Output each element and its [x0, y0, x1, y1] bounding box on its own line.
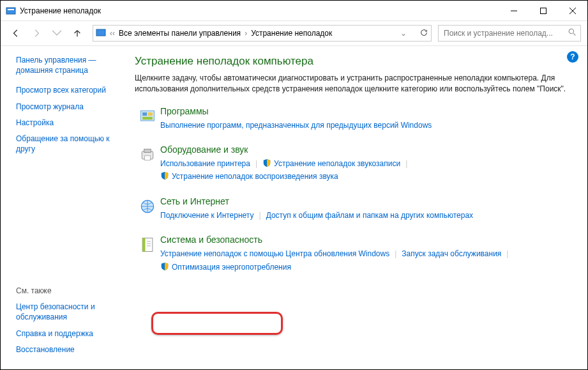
body: Панель управления — домашняя страница Пр…: [1, 46, 587, 369]
search-input[interactable]: [442, 28, 568, 38]
svg-rect-0: [6, 8, 15, 14]
divider: |: [405, 157, 407, 170]
category-link[interactable]: Оптимизация энергопотребления: [172, 263, 291, 272]
main-content: ? Устранение неполадок компьютера Щелкни…: [128, 46, 587, 369]
category-icon: [135, 196, 160, 222]
category-links: Использование принтера|Устранение непола…: [160, 157, 575, 183]
category-links: Выполнение программ, предназначенных для…: [160, 119, 575, 132]
category-link[interactable]: Устранение неполадок звукозаписи: [274, 159, 400, 168]
sidebar-link-home[interactable]: Панель управления — домашняя страница: [16, 55, 119, 75]
see-also-heading: См. также: [16, 286, 119, 295]
category-title[interactable]: Сеть и Интернет: [160, 196, 575, 206]
category-title[interactable]: Программы: [160, 106, 575, 116]
chevron-icon: ‹‹: [110, 29, 115, 38]
sidebar-link-help[interactable]: Справка и поддержка: [16, 328, 119, 339]
svg-rect-1: [8, 9, 14, 10]
category-link[interactable]: Устранение неполадок с помощью Центра об…: [160, 249, 389, 258]
refresh-button[interactable]: [419, 28, 428, 39]
breadcrumb-current[interactable]: Устранение неполадок: [251, 29, 332, 38]
breadcrumb-root[interactable]: Все элементы панели управления: [119, 29, 241, 38]
address-bar[interactable]: ‹‹ Все элементы панели управления › Устр…: [93, 25, 432, 42]
titlebar: Устранение неполадок: [1, 1, 587, 21]
divider: |: [506, 247, 508, 260]
category-link[interactable]: Доступ к общим файлам и папкам на других…: [266, 211, 473, 220]
category: Оборудование и звукИспользование принтер…: [135, 144, 575, 183]
sidebar-link-history[interactable]: Просмотр журнала: [16, 102, 119, 112]
navbar: ‹‹ Все элементы панели управления › Устр…: [1, 21, 587, 46]
sidebar-link-settings[interactable]: Настройка: [16, 118, 119, 128]
sidebar-link-remote-help[interactable]: Обращение за помощью к другу: [16, 134, 119, 154]
svg-rect-14: [144, 149, 151, 152]
svg-rect-11: [148, 112, 153, 115]
minimize-button[interactable]: [499, 1, 529, 20]
app-icon: [6, 6, 16, 16]
category-link[interactable]: Подключение к Интернету: [160, 211, 254, 220]
sidebar-link-all-categories[interactable]: Просмотр всех категорий: [16, 85, 119, 95]
shield-icon: [160, 171, 169, 180]
svg-rect-3: [541, 8, 547, 13]
svg-line-8: [573, 33, 575, 35]
page-description: Щелкните задачу, чтобы автоматически диа…: [135, 73, 575, 95]
shield-icon: [262, 158, 271, 167]
highlight-annotation: [151, 312, 283, 335]
close-button[interactable]: [558, 1, 587, 20]
category-links: Подключение к Интернету|Доступ к общим ф…: [160, 209, 575, 222]
recent-dropdown[interactable]: [48, 24, 66, 42]
window: { "window": { "title": "Устранение непол…: [0, 0, 588, 370]
window-title: Устранение неполадок: [20, 6, 499, 15]
up-button[interactable]: [68, 24, 86, 42]
svg-rect-18: [142, 238, 145, 252]
sidebar-link-security-center[interactable]: Центр безопасности и обслуживания: [16, 302, 119, 322]
category-links: Устранение неполадок с помощью Центра об…: [160, 247, 575, 274]
category-title[interactable]: Оборудование и звук: [160, 144, 575, 155]
category: Сеть и ИнтернетПодключение к Интернету|Д…: [135, 196, 575, 222]
page-title: Устранение неполадок компьютера: [135, 55, 575, 68]
svg-rect-15: [145, 156, 151, 160]
address-dropdown-icon[interactable]: ⌄: [400, 29, 407, 38]
category-link[interactable]: Устранение неполадок воспроизведения зву…: [172, 172, 338, 181]
svg-rect-12: [142, 116, 153, 119]
category-title[interactable]: Система и безопасность: [160, 235, 575, 245]
control-panel-icon: [96, 27, 106, 40]
maximize-button[interactable]: [529, 1, 558, 20]
category-link[interactable]: Выполнение программ, предназначенных для…: [160, 121, 432, 130]
search-icon[interactable]: [568, 28, 577, 38]
svg-point-7: [569, 29, 573, 33]
category-link[interactable]: Использование принтера: [160, 159, 250, 168]
divider: |: [255, 157, 257, 170]
category-icon: [135, 235, 160, 274]
category: ПрограммыВыполнение программ, предназнач…: [135, 106, 575, 132]
category-icon: [135, 144, 160, 183]
category: Система и безопасностьУстранение неполад…: [135, 235, 575, 274]
divider: |: [259, 209, 261, 222]
forward-button[interactable]: [27, 24, 45, 42]
divider: |: [395, 247, 396, 260]
category-link[interactable]: Запуск задач обслуживания: [402, 249, 501, 258]
category-icon: [135, 106, 160, 132]
help-icon[interactable]: ?: [567, 51, 578, 63]
svg-rect-6: [96, 29, 105, 36]
sidebar: Панель управления — домашняя страница Пр…: [1, 46, 128, 369]
window-buttons: [499, 1, 587, 20]
search-box[interactable]: [438, 25, 581, 42]
chevron-right-icon: ›: [245, 29, 247, 38]
shield-icon: [160, 262, 169, 271]
back-button[interactable]: [7, 24, 25, 42]
sidebar-link-recovery[interactable]: Восстановление: [16, 344, 119, 355]
svg-rect-10: [142, 112, 147, 115]
